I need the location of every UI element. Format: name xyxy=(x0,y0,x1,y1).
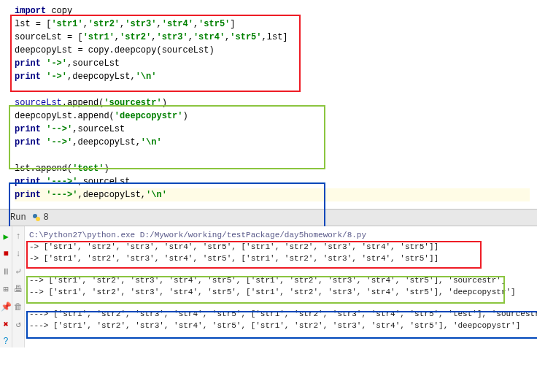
restore-icon[interactable]: ↺ xyxy=(12,318,24,330)
output-line: ---> ['str1', 'str2', 'str3', 'str4', 's… xyxy=(29,308,537,320)
code-line[interactable]: lst = ['str1','str2','str3','str4','str5… xyxy=(15,18,530,31)
down-icon[interactable]: ↓ xyxy=(12,248,24,260)
console-output[interactable]: C:\Python27\python.exe D:/Mywork/working… xyxy=(25,226,537,347)
output-line: ---> ['str1', 'str2', 'str3', 'str4', 's… xyxy=(29,320,537,331)
wrap-icon[interactable]: ⤶ xyxy=(12,266,24,277)
layout-icon[interactable]: ⊞ xyxy=(0,283,12,295)
python-icon xyxy=(32,213,41,222)
code-line[interactable]: deepcopyLst = copy.deepcopy(sourceLst) xyxy=(15,44,530,57)
code-line[interactable]: print '--->',deepcopyLst,'\n' xyxy=(15,188,530,201)
code-line[interactable]: sourceLst = ['str1','str2','str3','str4'… xyxy=(15,31,530,44)
run-toolbar-right: ↑ ↓ ⤶ 🖶 🗑 ↺ xyxy=(12,226,25,347)
code-line[interactable]: print '->',sourceLst xyxy=(15,57,530,70)
up-icon[interactable]: ↑ xyxy=(12,231,24,242)
code-line[interactable]: print '-->',sourceLst xyxy=(15,123,530,136)
run-tool-window-header: Run 8 xyxy=(0,209,537,226)
code-line[interactable]: deepcopyLst.append('deepcopystr') xyxy=(15,109,530,123)
trash-icon[interactable]: 🗑 xyxy=(12,301,24,312)
pause-icon[interactable]: ⏸ xyxy=(0,266,12,277)
run-toolbar-left: ▶ ■ ⏸ ⊞ 📌 ✖ ? xyxy=(0,226,12,347)
code-editor[interactable]: import copylst = ['str1','str2','str3','… xyxy=(0,0,537,209)
run-tab-label: Run xyxy=(4,211,32,224)
close-icon[interactable]: ✖ xyxy=(0,318,12,330)
svg-point-1 xyxy=(36,217,40,221)
run-tab-file: 8 xyxy=(44,212,49,223)
code-line[interactable]: sourceLst.append('sourcestr') xyxy=(15,96,530,109)
code-line[interactable] xyxy=(15,83,530,96)
help-icon[interactable]: ? xyxy=(0,336,12,347)
run-icon[interactable]: ▶ xyxy=(0,231,12,242)
console-panel: ▶ ■ ⏸ ⊞ 📌 ✖ ? ↑ ↓ ⤶ 🖶 🗑 ↺ C:\Python27\py… xyxy=(0,226,537,347)
command-line: C:\Python27\python.exe D:/Mywork/working… xyxy=(29,229,537,241)
code-line[interactable]: import copy xyxy=(15,4,530,18)
code-line[interactable] xyxy=(15,149,530,162)
code-line[interactable]: lst.append('test') xyxy=(15,162,530,175)
code-line[interactable]: print '-->',deepcopyLst,'\n' xyxy=(15,136,530,149)
output-line: --> ['str1', 'str2', 'str3', 'str4', 'st… xyxy=(29,286,537,298)
print-icon[interactable]: 🖶 xyxy=(12,283,24,295)
pin-icon[interactable]: 📌 xyxy=(0,301,12,312)
output-line: --> ['str1', 'str2', 'str3', 'str4', 'st… xyxy=(29,274,537,286)
code-line[interactable]: print '--->',sourceLst xyxy=(15,175,530,188)
output-line: -> ['str1', 'str2', 'str3', 'str4', 'str… xyxy=(29,241,537,253)
code-line[interactable]: print '->',deepcopyLst,'\n' xyxy=(15,70,530,83)
output-line: -> ['str1', 'str2', 'str3', 'str4', 'str… xyxy=(29,253,537,264)
stop-icon[interactable]: ■ xyxy=(0,248,12,260)
